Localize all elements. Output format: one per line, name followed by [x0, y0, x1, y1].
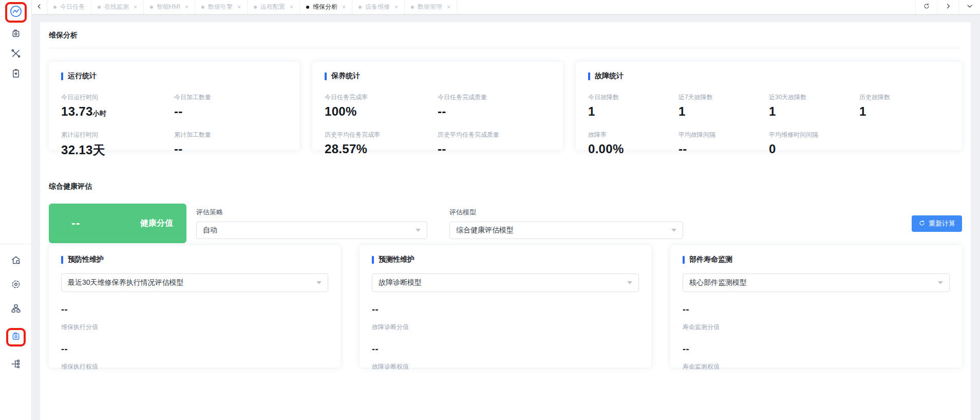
tab-close-icon[interactable]: ×: [237, 4, 241, 10]
health-row: -- 健康分值 评估策略 自动 评估模型 综合健康评估模型: [49, 204, 962, 243]
stat-card: 运行统计今日运行时间13.73小时今日加工数量--累计运行时间32.13天累计加…: [49, 62, 299, 150]
stat-item: 近30天故障数1: [769, 93, 859, 119]
stats-grid: 今日故障数1近7天故障数1近30天故障数1历史故障数1故障率0.00%平均故障间…: [588, 93, 950, 156]
model-field-group: 评估模型 综合健康评估模型: [449, 208, 683, 239]
model-metric-label: 维保执行权值: [61, 362, 328, 371]
title-accent-bar: [683, 256, 685, 264]
title-accent-bar: [61, 256, 63, 264]
stat-label: 今日任务完成率: [325, 93, 438, 102]
stat-value: --: [174, 104, 287, 119]
topology-icon: [10, 303, 22, 316]
strategy-label: 评估策略: [196, 208, 427, 217]
caret-down-icon: [416, 229, 421, 232]
model-select[interactable]: 综合健康评估模型: [449, 222, 683, 239]
stat-item: 平均维修时间间隔0: [769, 131, 859, 156]
tab-close-icon[interactable]: ×: [447, 4, 450, 10]
stat-label: 故障率: [588, 131, 679, 139]
stat-value: 1: [679, 104, 769, 119]
sidebar-item-home-device[interactable]: [10, 255, 22, 267]
stat-card-row: 运行统计今日运行时间13.73小时今日加工数量--累计运行时间32.13天累计加…: [49, 62, 962, 150]
sidebar-item-branch-io[interactable]: [10, 359, 22, 371]
sidebar-top-group: [10, 29, 22, 80]
tab-item[interactable]: 在线监测×: [91, 0, 144, 14]
model-card-select-value: 最近30天维修保养执行情况评估模型: [68, 278, 184, 287]
stat-label: 历史平均任务完成率: [325, 131, 438, 139]
tab-close-icon[interactable]: ×: [342, 4, 346, 10]
stat-item: 历史平均任务完成率28.57%: [325, 131, 438, 156]
stat-label: 平均故障间隔: [679, 131, 769, 139]
model-metric-label: 维保执行分值: [61, 323, 328, 332]
sidebar-item-trend-chart-logo[interactable]: [9, 6, 23, 19]
stat-item: 故障率0.00%: [588, 131, 679, 156]
caret-down-icon: [671, 229, 676, 232]
tabs-menu-button[interactable]: [958, 0, 980, 14]
model-card-row: 预防性维护最近30天维修保养执行情况评估模型--维保执行分值--维保执行权值预测…: [49, 245, 962, 368]
tab-close-icon[interactable]: ×: [134, 4, 137, 10]
target-icon: [10, 279, 22, 292]
stat-value: 0: [769, 142, 859, 156]
sidebar-item-oil-can[interactable]: [10, 29, 22, 40]
refresh-icon: [923, 3, 930, 12]
tab-list: 今日任务在线监测×智能HMI×数据引擎×远程配置×维保分析×设备维修×数据管理×: [47, 0, 457, 14]
stat-value: 32.13天: [61, 142, 174, 158]
repair-tools-icon: [10, 48, 22, 61]
tab-bar: 今日任务在线监测×智能HMI×数据引擎×远程配置×维保分析×设备维修×数据管理×: [32, 0, 980, 14]
sidebar-item-repair-tools[interactable]: [10, 49, 22, 60]
tab-item[interactable]: 今日任务: [47, 0, 91, 14]
tabs-back-button[interactable]: [32, 0, 47, 14]
card-title-text: 保养统计: [331, 71, 360, 81]
strategy-select[interactable]: 自动: [196, 222, 427, 239]
stat-label: 历史故障数: [859, 93, 950, 102]
stat-value: 1: [769, 104, 859, 119]
stat-item: 今日任务完成质量--: [438, 93, 551, 119]
model-card-select[interactable]: 故障诊断模型: [372, 273, 639, 292]
model-metric-value: --: [683, 304, 950, 315]
recalculate-button[interactable]: 重新计算: [912, 215, 962, 232]
tabs-forward-button[interactable]: [937, 0, 958, 14]
model-card-select[interactable]: 最近30天维修保养执行情况评估模型: [61, 273, 328, 292]
sidebar-item-target[interactable]: [10, 280, 22, 291]
main-column: 今日任务在线监测×智能HMI×数据引擎×远程配置×维保分析×设备维修×数据管理×…: [32, 0, 980, 420]
tab-close-icon[interactable]: ×: [394, 4, 398, 10]
stat-value: 28.57%: [325, 142, 438, 156]
sidebar: [0, 0, 32, 420]
tabs-refresh-button[interactable]: [915, 0, 937, 14]
tab-item[interactable]: 远程配置×: [248, 0, 300, 14]
trend-chart-logo-icon: [9, 5, 23, 20]
title-divider: [49, 48, 962, 48]
tab-item[interactable]: 维保分析×: [300, 0, 352, 14]
model-card-select[interactable]: 核心部件监测模型: [683, 273, 950, 292]
caret-down-icon: [938, 281, 943, 284]
model-metric-label: 故障诊断权值: [372, 362, 639, 371]
tab-item[interactable]: 设备维修×: [352, 0, 405, 14]
tab-item[interactable]: 数据管理×: [405, 0, 457, 14]
tab-item[interactable]: 智能HMI×: [144, 0, 195, 14]
sidebar-item-oil-can[interactable]: [10, 332, 22, 343]
task-board-icon: [10, 68, 22, 81]
model-label: 评估模型: [449, 208, 683, 217]
tab-close-icon[interactable]: ×: [290, 4, 293, 10]
model-metric-value: --: [372, 304, 639, 315]
stat-label: 今日故障数: [588, 93, 679, 102]
main-panel: 维保分析 运行统计今日运行时间13.73小时今日加工数量--累计运行时间32.1…: [40, 22, 971, 420]
tab-label: 数据引擎: [208, 3, 233, 11]
tab-item[interactable]: 数据引擎×: [195, 0, 248, 14]
tab-status-dot: [53, 6, 56, 9]
card-title: 保养统计: [325, 71, 551, 81]
stat-value: --: [679, 142, 769, 156]
stat-value: --: [174, 142, 287, 156]
caret-down-icon: [627, 281, 632, 284]
tab-status-dot: [254, 6, 257, 9]
caret-down-icon: [316, 281, 322, 284]
stat-item: 累计运行时间32.13天: [61, 131, 174, 158]
tab-close-icon[interactable]: ×: [185, 4, 189, 10]
card-title: 预测性维护: [372, 255, 639, 264]
home-device-icon: [10, 254, 22, 268]
card-title: 预防性维护: [61, 255, 328, 264]
model-card: 部件寿命监测核心部件监测模型--寿命监测分值--寿命监测权值: [670, 245, 962, 368]
chevron-down-icon: [966, 3, 973, 12]
tab-status-dot: [98, 6, 101, 9]
sidebar-item-topology[interactable]: [10, 304, 22, 315]
sidebar-item-task-board[interactable]: [10, 69, 22, 80]
stat-label: 今日加工数量: [174, 93, 287, 102]
